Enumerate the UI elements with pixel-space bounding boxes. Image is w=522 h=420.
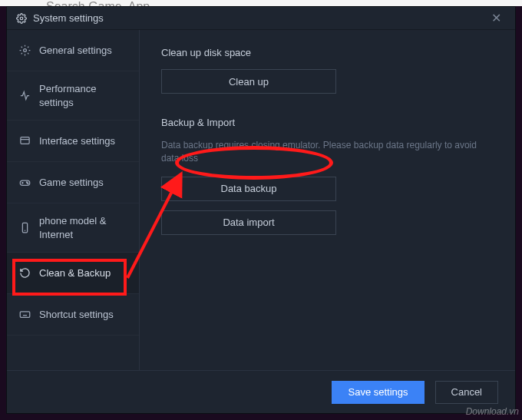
sidebar-item-label: General settings [39, 44, 112, 58]
sidebar-item-game[interactable]: Game settings [7, 162, 139, 203]
gear-icon [16, 13, 27, 24]
svg-point-1 [23, 49, 26, 52]
button-label: Data import [223, 217, 274, 228]
save-settings-button[interactable]: Save settings [332, 381, 424, 404]
button-label: Save settings [348, 386, 408, 398]
sidebar-item-shortcut[interactable]: Shortcut settings [7, 294, 139, 336]
phone-icon [18, 222, 31, 233]
svg-rect-11 [20, 312, 30, 318]
button-label: Data backup [221, 183, 277, 194]
backup-note: Data backup requires closing emulator. P… [161, 139, 491, 166]
sidebar: General settings Performance settings In… [7, 30, 140, 370]
interface-icon [18, 135, 31, 147]
sidebar-item-interface[interactable]: Interface settings [7, 121, 139, 162]
sidebar-item-label: Game settings [39, 176, 104, 190]
sidebar-item-label: Interface settings [39, 134, 115, 148]
window-title: System settings [33, 12, 104, 24]
sidebar-item-clean-backup[interactable]: Clean & Backup [7, 253, 139, 294]
sidebar-item-general[interactable]: General settings [7, 30, 139, 71]
svg-rect-2 [20, 137, 28, 144]
sidebar-item-label: Clean & Backup [39, 266, 111, 280]
sidebar-item-label: phone model & Internet [39, 214, 128, 241]
button-label: Clean up [229, 76, 269, 88]
close-button[interactable]: ✕ [487, 9, 506, 27]
dialog-footer: Save settings Cancel [7, 370, 515, 413]
gear-icon [18, 45, 31, 56]
game-icon [18, 177, 31, 188]
cancel-button[interactable]: Cancel [435, 381, 498, 404]
svg-point-8 [27, 183, 28, 184]
sidebar-item-label: Shortcut settings [39, 308, 114, 322]
sidebar-item-performance[interactable]: Performance settings [7, 71, 139, 121]
sidebar-item-phone-model[interactable]: phone model & Internet [7, 203, 139, 253]
close-icon: ✕ [491, 12, 501, 25]
titlebar: System settings ✕ [7, 7, 515, 30]
sidebar-item-label: Performance settings [39, 82, 128, 109]
data-import-button[interactable]: Data import [161, 210, 336, 235]
dialog-body: General settings Performance settings In… [7, 30, 515, 370]
main-panel: Clean up disk space Clean up Backup & Im… [140, 30, 515, 370]
cleanup-button[interactable]: Clean up [161, 69, 336, 94]
button-label: Cancel [451, 386, 482, 398]
data-backup-button[interactable]: Data backup [161, 177, 336, 201]
keyboard-icon [18, 309, 31, 320]
cleanup-heading: Clean up disk space [161, 47, 494, 58]
backup-heading: Backup & Import [161, 117, 494, 128]
svg-point-0 [20, 17, 23, 20]
background-app-hint: Search Game, App [0, 0, 522, 6]
settings-dialog: System settings ✕ General settings Perfo… [6, 6, 516, 414]
performance-icon [18, 90, 31, 101]
backup-icon [18, 267, 31, 279]
